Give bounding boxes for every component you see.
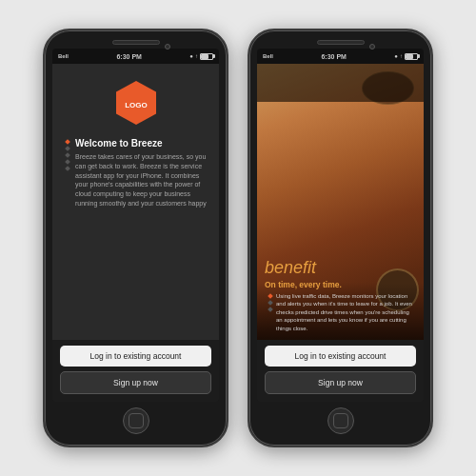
nav-dot-b1 [268, 300, 273, 306]
hair-area [257, 64, 424, 102]
status-time-2: 6:30 PM [321, 53, 346, 60]
benefit-text-content: benefit On time, every time. Using live … [265, 259, 416, 332]
signup-button-1[interactable]: Sign up now [60, 371, 211, 394]
status-icons-1: ● ↑ [189, 53, 213, 60]
screen-content-1: LOGO Welcome to Breeze Breeze takes car [52, 64, 219, 340]
welcome-title: Welcome to Breeze [75, 138, 209, 149]
phone-screen-1: Bell 6:30 PM ● ↑ LOGO [52, 49, 219, 402]
logo-hex: LOGO [112, 79, 160, 127]
login-button-1[interactable]: Log in to existing account [60, 346, 211, 367]
phone-speaker [112, 40, 160, 45]
home-button-1[interactable] [123, 407, 149, 434]
phone-speaker-2 [317, 40, 365, 45]
nav-dot-b2 [268, 307, 273, 312]
home-button-inner-2 [333, 413, 348, 428]
svg-text:LOGO: LOGO [125, 101, 148, 109]
benefit-desc-area: Using live traffic data, Breeze monitors… [265, 292, 416, 332]
signal-icon-2: ↑ [400, 53, 403, 59]
battery-icon [200, 53, 213, 60]
screen-buttons-2: Log in to existing account Sign up now [257, 340, 424, 402]
phone-2: Bell 6:30 PM ● ↑ [248, 29, 433, 447]
hex-svg: LOGO [112, 79, 160, 127]
phone-camera [165, 44, 170, 50]
benefit-tagline: On time, every time. [265, 280, 416, 289]
nav-dot-benefit-active [268, 293, 273, 299]
status-icons-2: ● ↑ [394, 53, 418, 60]
signal-strength: Bell [58, 53, 69, 59]
status-bar-2: Bell 6:30 PM ● ↑ [257, 49, 424, 64]
battery-icon-2 [405, 53, 418, 60]
nav-dot-3 [65, 159, 70, 165]
wifi-icon: ● [189, 53, 193, 59]
welcome-section: Welcome to Breeze Breeze takes cares of … [62, 138, 209, 208]
nav-dot-active [65, 139, 70, 145]
screen-content-2: benefit On time, every time. Using live … [257, 64, 424, 340]
phone-camera-2 [369, 44, 375, 50]
welcome-body: Breeze takes cares of your business, so … [75, 152, 209, 208]
nav-dot-1 [65, 146, 70, 151]
nav-dot-4 [65, 166, 70, 171]
benefit-description: Using live traffic data, Breeze monitors… [276, 292, 416, 332]
signal-icon: ↑ [195, 53, 198, 59]
wifi-icon-2: ● [394, 53, 398, 59]
home-button-2[interactable] [327, 407, 354, 434]
home-button-inner [129, 413, 144, 428]
benefit-content-area: benefit On time, every time. Using live … [257, 64, 424, 340]
app-content-1: LOGO Welcome to Breeze Breeze takes car [52, 64, 219, 340]
benefit-logo: benefit [265, 259, 416, 276]
phone-1: Bell 6:30 PM ● ↑ LOGO [43, 29, 228, 447]
welcome-text: Welcome to Breeze Breeze takes cares of … [75, 138, 209, 208]
nav-dots-1 [66, 138, 69, 170]
phone-screen-2: Bell 6:30 PM ● ↑ [257, 49, 424, 402]
screen-buttons-1: Log in to existing account Sign up now [52, 340, 219, 402]
nav-dots-2 [268, 292, 272, 311]
signal-strength-2: Bell [263, 53, 273, 59]
nav-dot-2 [65, 152, 70, 158]
signup-button-2[interactable]: Sign up now [265, 371, 416, 394]
login-button-2[interactable]: Log in to existing account [265, 346, 416, 367]
status-bar-1: Bell 6:30 PM ● ↑ [52, 49, 219, 64]
status-time-1: 6:30 PM [116, 53, 141, 60]
